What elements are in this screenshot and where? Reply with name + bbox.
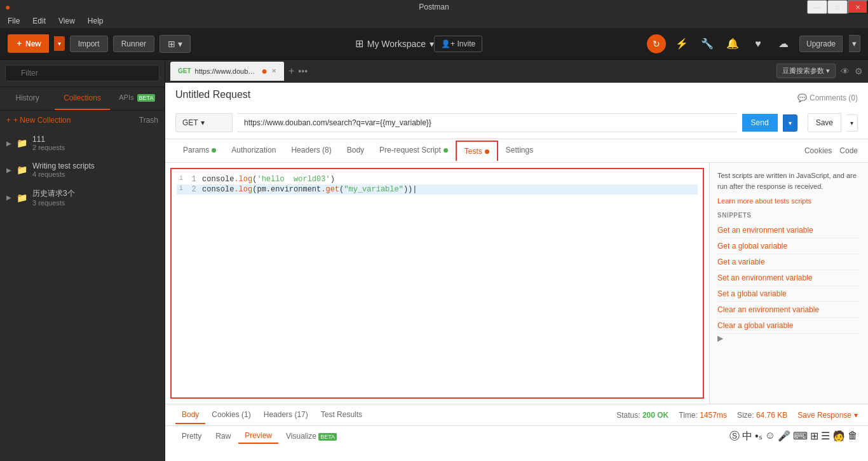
tab-url: https://www.douban.com/searc... — [195, 67, 258, 75]
nav-tab-headers[interactable]: Headers (8) — [283, 139, 339, 162]
import-button[interactable]: Import — [70, 36, 108, 52]
request-tabs-bar: GET https://www.douban.com/searc... ● ✕ … — [165, 60, 868, 83]
wrench-button[interactable]: 🔧 — [698, 34, 717, 53]
snippet-clear-env-var[interactable]: Clear an environment variable — [717, 302, 860, 318]
tab-apis[interactable]: APIs BETA — [110, 87, 165, 110]
heart-button[interactable]: ♥ — [749, 34, 768, 53]
url-input[interactable] — [238, 113, 737, 132]
new-dropdown-arrow[interactable]: ▾ — [54, 36, 65, 51]
maximize-button[interactable]: □ — [827, 0, 848, 14]
comments-button[interactable]: Comments (0) — [810, 93, 858, 102]
lightning-button[interactable]: ⚡ — [672, 34, 691, 53]
code-button[interactable]: Code — [839, 146, 858, 155]
resp-tab-body[interactable]: Body — [175, 406, 205, 424]
save-button[interactable]: Save — [808, 113, 841, 132]
new-collection-button[interactable]: + + New Collection — [6, 116, 71, 125]
upgrade-dropdown[interactable]: ▾ — [849, 35, 860, 52]
send-button[interactable]: Send — [742, 114, 778, 132]
code-line-2: i 2 console.log(pm.environment.get("my_v… — [177, 184, 698, 195]
add-tab-button[interactable]: + — [285, 65, 298, 77]
snippet-set-env-var[interactable]: Set an environment variable — [717, 270, 860, 286]
nav-tab-params[interactable]: Params — [175, 139, 224, 162]
nav-tab-body[interactable]: Body — [339, 139, 372, 162]
eye-button[interactable]: 👁 — [841, 66, 850, 76]
resp-tab-test-results[interactable]: Test Results — [315, 406, 369, 424]
layout-button[interactable]: ⊞ ▾ — [159, 35, 191, 53]
snippets-title: SNIPPETS — [717, 212, 860, 219]
code-editor[interactable]: i 1 console.log('hello world03') i 2 con… — [170, 168, 704, 399]
plus-icon: ＋ — [15, 38, 23, 49]
expand-icon: ▶ — [6, 140, 11, 147]
cloud-button[interactable]: ☁ — [774, 34, 793, 53]
sync-button[interactable]: ↻ — [647, 34, 666, 53]
collection-item-history[interactable]: ▶ 📁 历史请求3个 3 requests — [0, 183, 165, 212]
save-dropdown[interactable]: ▾ — [846, 114, 858, 132]
nav-tab-prerequest[interactable]: Pre-request Script — [372, 139, 456, 162]
status-label: Status: 200 OK — [616, 411, 668, 420]
size-value: 64.76 KB — [756, 411, 787, 420]
search-input[interactable] — [5, 65, 159, 81]
mic-icon: 🎤 — [778, 430, 790, 443]
tab-close-icon[interactable]: ✕ — [271, 67, 276, 74]
snippet-get-env-var[interactable]: Get an environment variable — [717, 223, 860, 238]
cookies-button[interactable]: Cookies — [804, 146, 832, 155]
code-text-2: console.log(pm.environment.get("my_varia… — [202, 185, 417, 194]
collection-item-111[interactable]: ▶ 📁 111 2 requests — [0, 130, 165, 156]
minimize-button[interactable]: — — [807, 0, 827, 14]
upgrade-button[interactable]: Upgrade — [799, 36, 843, 52]
nav-tab-settings[interactable]: Settings — [498, 139, 541, 162]
resp-tab-cookies[interactable]: Cookies (1) — [205, 406, 257, 424]
snippet-get-var[interactable]: Get a variable — [717, 254, 860, 270]
comments-icon: 💬 — [797, 93, 807, 102]
trash-button[interactable]: Trash — [139, 116, 158, 125]
toolbar: ＋ New ▾ Import Runner ⊞ ▾ ⊞ My Workspace… — [0, 28, 868, 60]
view-pretty[interactable]: Pretty — [175, 429, 208, 443]
tab-more-button[interactable]: ••• — [298, 66, 308, 76]
menu-view[interactable]: View — [56, 15, 78, 27]
workspace-selector-area: ⊞ My Workspace ▾ 👤+ Invite — [196, 36, 642, 52]
new-button[interactable]: ＋ New — [8, 34, 49, 53]
snippet-get-global-var[interactable]: Get a global variable — [717, 238, 860, 254]
dropdown-arrow: ▾ — [826, 67, 830, 74]
snippet-clear-global-var[interactable]: Clear a global variable — [717, 318, 860, 334]
tab-history[interactable]: History — [0, 87, 55, 110]
menu-help[interactable]: Help — [85, 15, 106, 27]
dot-icon: •ₛ — [755, 430, 763, 443]
line-num-1: 1 — [189, 175, 198, 184]
code-line-1: i 1 console.log('hello world03') — [177, 174, 698, 184]
menu-edit[interactable]: Edit — [30, 15, 48, 27]
nav-tab-tests[interactable]: Tests — [456, 141, 498, 161]
view-visualize[interactable]: Visualize BETA — [280, 429, 343, 443]
learn-more-link[interactable]: Learn more about tests scripts — [717, 197, 811, 205]
invite-button[interactable]: 👤+ Invite — [434, 36, 482, 52]
prerequest-dot — [444, 148, 448, 153]
view-raw[interactable]: Raw — [209, 429, 237, 443]
active-request-tab[interactable]: GET https://www.douban.com/searc... ● ✕ — [170, 62, 285, 81]
nav-tab-authorization[interactable]: Authorization — [224, 139, 283, 162]
workspace-selector[interactable]: ⊞ My Workspace ▾ — [355, 38, 434, 50]
response-status: Status: 200 OK Time: 1457ms Size: 64.76 … — [616, 411, 858, 420]
request-builder: Untitled Request 💬 Comments (0) GET ▾ Se… — [165, 83, 868, 139]
runner-button[interactable]: Runner — [113, 36, 154, 52]
collection-item-writing[interactable]: ▶ 📁 Writing test scripts 4 requests — [0, 156, 165, 183]
request-row: GET ▾ Send ▾ Save ▾ — [175, 113, 858, 132]
close-button[interactable]: ✕ — [848, 0, 868, 14]
snippets-description: Test scripts are written in JavaScript, … — [717, 170, 860, 191]
settings-icon-button[interactable]: ⚙ — [855, 66, 863, 76]
env-selector[interactable]: 豆瓣搜索参数 ▾ — [776, 64, 836, 78]
method-select[interactable]: GET ▾ — [175, 113, 233, 132]
dropdown-icon: ▾ — [430, 39, 434, 49]
bell-button[interactable]: 🔔 — [723, 34, 742, 53]
title-bar: ● Postman — □ ✕ — [0, 0, 868, 14]
view-preview[interactable]: Preview — [238, 429, 278, 444]
resp-tab-headers[interactable]: Headers (17) — [257, 406, 315, 424]
person-icon: 🧑 — [832, 430, 845, 443]
send-dropdown[interactable]: ▾ — [783, 114, 797, 132]
expand-snippets-icon[interactable]: ▶ — [717, 334, 723, 343]
menu-file[interactable]: File — [5, 15, 22, 27]
save-response-button[interactable]: Save Response ▾ — [797, 411, 858, 420]
list-icon: ☰ — [821, 430, 830, 443]
snippet-set-global-var[interactable]: Set a global variable — [717, 286, 860, 302]
tab-collections[interactable]: Collections — [55, 87, 109, 110]
req-nav-right: Cookies Code — [804, 146, 858, 155]
